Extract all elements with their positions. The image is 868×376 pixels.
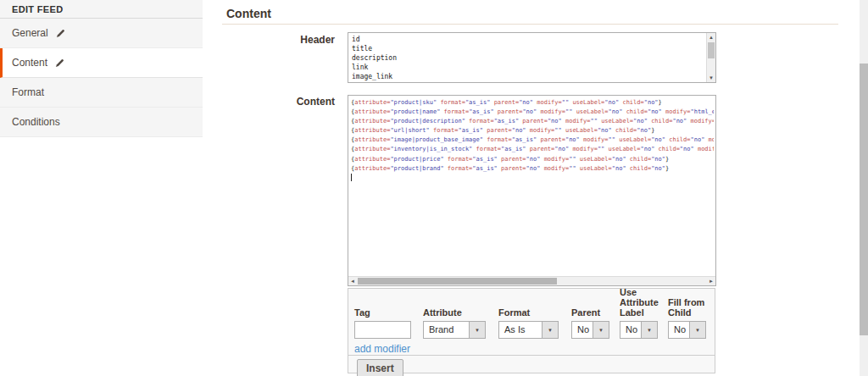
form-field-label: Use Attribute Label xyxy=(620,287,658,318)
text-cursor xyxy=(351,174,352,181)
chevron-down-icon[interactable]: ▼ xyxy=(469,322,485,338)
sidebar-item-content[interactable]: Content xyxy=(0,48,203,78)
format-select[interactable]: As Is▼ xyxy=(498,321,559,339)
sidebar-item-label: Format xyxy=(12,86,44,98)
scroll-up-icon[interactable]: ▲ xyxy=(707,33,715,41)
scrollbar-thumb[interactable] xyxy=(708,42,715,58)
form-field-format: FormatAs Is▼ xyxy=(498,291,559,339)
edit-pencil-icon xyxy=(56,29,65,38)
header-field-label: Header xyxy=(222,34,335,46)
select-value: Brand xyxy=(424,322,469,338)
scrollbar-thumb[interactable] xyxy=(358,278,557,285)
fill-from-child-select[interactable]: No▼ xyxy=(668,321,706,339)
sidebar: EDIT FEED GeneralContentFormatConditions xyxy=(0,0,203,137)
form-field-label: Attribute xyxy=(423,307,486,318)
select-value: No xyxy=(669,322,689,338)
insert-button[interactable]: Insert xyxy=(357,359,403,376)
chevron-down-icon[interactable]: ▼ xyxy=(689,322,705,338)
sidebar-item-label: Conditions xyxy=(12,116,60,128)
select-value: No xyxy=(620,322,641,338)
page-vertical-scrollbar[interactable] xyxy=(860,0,868,376)
select-value: No xyxy=(572,322,593,338)
attribute-select[interactable]: Brand▼ xyxy=(423,321,486,339)
scroll-right-icon[interactable]: ► xyxy=(707,277,715,285)
select-value: As Is xyxy=(499,322,542,338)
sidebar-item-label: Content xyxy=(12,57,47,69)
content-field-label: Content xyxy=(222,96,335,108)
insert-variable-panel: TagAttributeBrand▼FormatAs Is▼ParentNo▼U… xyxy=(348,288,715,373)
parent-select[interactable]: No▼ xyxy=(571,321,609,339)
form-field-use-attribute-label: Use Attribute LabelNo▼ xyxy=(620,291,658,339)
form-field-label: Fill from Child xyxy=(668,297,706,318)
page: EDIT FEED GeneralContentFormatConditions… xyxy=(0,0,868,376)
page-title: Content xyxy=(226,7,271,20)
chevron-down-icon[interactable]: ▼ xyxy=(593,322,609,338)
header-vertical-scrollbar[interactable]: ▲ ▼ xyxy=(706,33,715,82)
sidebar-item-label: General xyxy=(12,27,48,39)
scrollbar-thumb[interactable] xyxy=(860,64,868,335)
chevron-down-icon[interactable]: ▼ xyxy=(641,322,657,338)
form-field-attribute: AttributeBrand▼ xyxy=(423,291,486,339)
sidebar-item-format[interactable]: Format xyxy=(0,78,203,108)
content-textarea[interactable]: {attribute="product|sku" format="as_is" … xyxy=(348,95,716,286)
form-field-label: Parent xyxy=(571,307,609,318)
form-field-label: Tag xyxy=(354,307,411,318)
use-attribute-label-select[interactable]: No▼ xyxy=(620,321,658,339)
sidebar-title: EDIT FEED xyxy=(0,0,203,19)
edit-pencil-icon xyxy=(55,58,64,68)
scroll-down-icon[interactable]: ▼ xyxy=(707,74,715,82)
scroll-left-icon[interactable]: ◄ xyxy=(348,277,357,285)
section-divider xyxy=(222,24,838,25)
header-textarea-value: id title description link image_link xyxy=(352,35,704,81)
form-field-fill-from-child: Fill from ChildNo▼ xyxy=(668,291,706,339)
header-textarea[interactable]: id title description link image_link ▲ ▼ xyxy=(348,32,716,83)
form-field-tag: Tag xyxy=(354,291,411,339)
form-field-label: Format xyxy=(498,307,559,318)
sidebar-item-general[interactable]: General xyxy=(0,19,203,48)
tag-input[interactable] xyxy=(354,321,411,339)
chevron-down-icon[interactable]: ▼ xyxy=(542,322,558,338)
add-modifier-link[interactable]: add modifier xyxy=(354,343,410,355)
form-divider xyxy=(348,355,715,356)
content-horizontal-scrollbar[interactable]: ◄ ► xyxy=(348,276,715,285)
form-field-parent: ParentNo▼ xyxy=(571,291,609,339)
content-textarea-value: {attribute="product|sku" format="as_is" … xyxy=(351,98,714,275)
sidebar-item-conditions[interactable]: Conditions xyxy=(0,108,203,137)
